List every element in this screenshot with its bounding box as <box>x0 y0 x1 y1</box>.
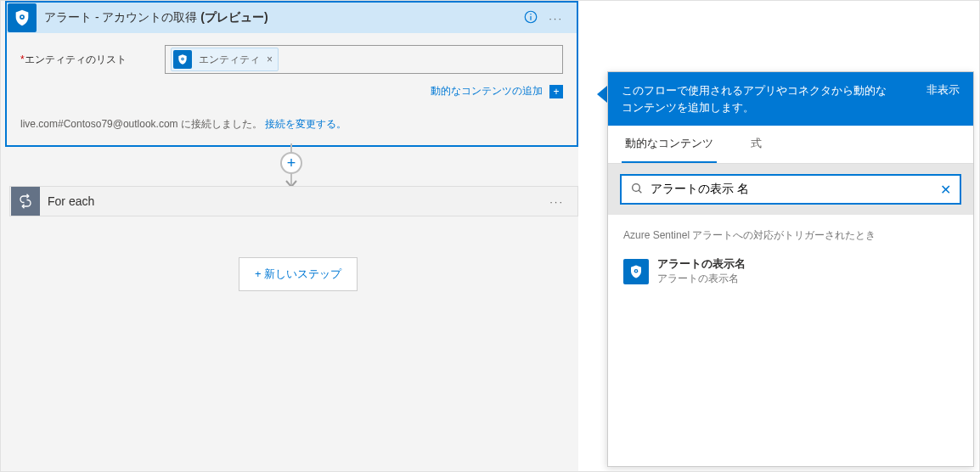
change-connection-link[interactable]: 接続を変更する。 <box>265 118 346 130</box>
card-menu-icon[interactable]: ··· <box>549 195 564 208</box>
field-entity-list: *エンティティのリスト エンティティ × <box>20 45 563 74</box>
designer-canvas: アラート - アカウントの取得 (プレビュー) ··· *エンティティのリスト … <box>1 1 578 472</box>
sentinel-icon <box>173 50 192 69</box>
panel-header: このフローで使用されるアプリやコネクタから動的なコンテンツを追加します。 非表示 <box>608 72 973 126</box>
tab-dynamic-content[interactable]: 動的なコンテンツ <box>622 126 717 163</box>
panel-caret-icon <box>597 86 607 103</box>
action-card-foreach[interactable]: For each ··· <box>9 186 578 216</box>
sentinel-icon <box>7 3 37 33</box>
svg-point-6 <box>182 59 183 60</box>
foreach-icon <box>10 186 41 216</box>
dynamic-content-panel: このフローで使用されるアプリやコネクタから動的なコンテンツを追加します。 非表示… <box>607 71 974 467</box>
results-section-title: Azure Sentinel アラートへの対応がトリガーされたとき <box>608 215 973 251</box>
action-card-alert-get-account[interactable]: アラート - アカウントの取得 (プレビュー) ··· *エンティティのリスト … <box>5 1 578 147</box>
sentinel-icon <box>623 259 649 284</box>
search-input-wrapper: ✕ <box>620 174 961 205</box>
card-title: アラート - アカウントの取得 (プレビュー) <box>37 10 523 25</box>
svg-line-8 <box>639 190 641 193</box>
svg-point-1 <box>21 16 24 19</box>
card-menu-icon[interactable]: ··· <box>549 12 563 25</box>
info-icon[interactable] <box>523 9 538 27</box>
clear-search-icon[interactable]: ✕ <box>940 182 951 198</box>
hide-panel-link[interactable]: 非表示 <box>920 82 960 98</box>
panel-tabs: 動的なコンテンツ 式 <box>608 126 973 164</box>
svg-point-4 <box>530 13 532 14</box>
panel-header-text: このフローで使用されるアプリやコネクタから動的なコンテンツを追加します。 <box>622 82 893 115</box>
search-icon <box>630 182 644 198</box>
insert-step-button[interactable]: + <box>280 152 302 174</box>
result-subtitle: アラートの表示名 <box>657 272 746 286</box>
card-title: For each <box>41 194 549 208</box>
token-label: エンティティ <box>197 53 262 67</box>
card-header[interactable]: アラート - アカウントの取得 (プレビュー) ··· <box>7 3 577 33</box>
result-title: アラートの表示名 <box>657 256 746 272</box>
add-dynamic-content-link[interactable]: 動的なコンテンツの追加 <box>431 85 543 97</box>
new-step-button[interactable]: + 新しいステップ <box>239 257 358 291</box>
token-entity[interactable]: エンティティ × <box>171 48 279 71</box>
token-remove-icon[interactable]: × <box>267 53 273 65</box>
search-input[interactable] <box>644 183 940 196</box>
entity-list-input[interactable]: エンティティ × <box>165 45 563 74</box>
connection-info: live.com#Contoso79@outlook.com に接続しました。 … <box>7 104 577 145</box>
svg-point-10 <box>635 270 637 272</box>
plus-icon[interactable]: + <box>549 85 563 98</box>
card-header[interactable]: For each ··· <box>9 186 578 216</box>
field-label: *エンティティのリスト <box>20 53 165 67</box>
svg-point-7 <box>633 183 640 191</box>
dynamic-content-result[interactable]: アラートの表示名 アラートの表示名 <box>608 251 973 296</box>
tab-expression[interactable]: 式 <box>747 126 765 163</box>
